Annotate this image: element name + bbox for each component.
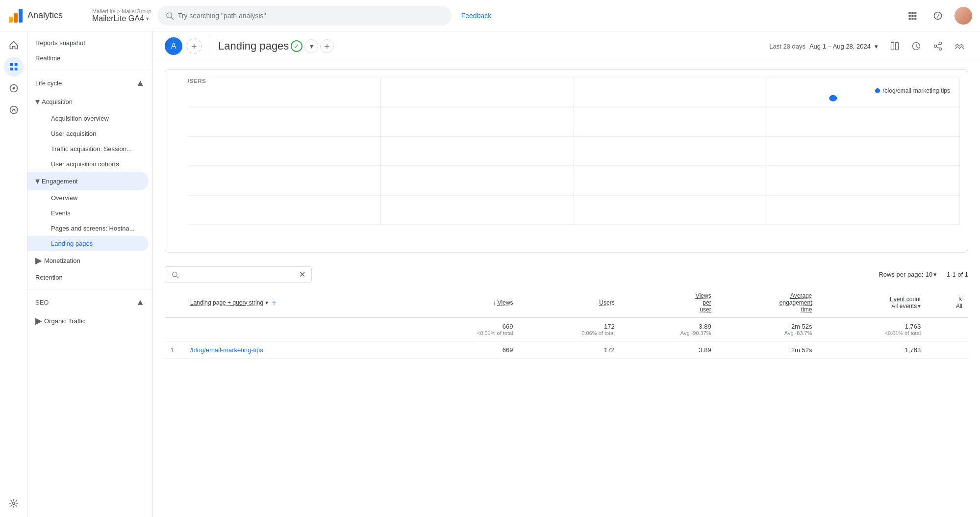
rows-per-page-select[interactable]: 10 ▾	[925, 271, 936, 278]
sidebar-item-events[interactable]: Events	[27, 206, 149, 221]
col-avg-engagement[interactable]: Average engagement time	[717, 288, 818, 317]
nav-settings[interactable]	[4, 493, 24, 513]
breadcrumb-top: MailerLite > MailerGroup	[92, 8, 151, 14]
all-events-dropdown-icon: ▾	[918, 303, 921, 310]
svg-rect-0	[9, 17, 13, 23]
summary-page	[184, 317, 410, 341]
compare-dates-button[interactable]	[951, 37, 968, 55]
app-title: Analytics	[27, 10, 63, 21]
row-event-count-1: 1,763	[818, 341, 927, 359]
insights-button[interactable]	[907, 37, 925, 55]
col-add-icon[interactable]: ＋	[270, 298, 278, 308]
add-compare-button[interactable]: ＋	[186, 38, 202, 54]
all-events-filter[interactable]: All events ▾	[891, 303, 921, 310]
row-page-1[interactable]: /blog/email-marketing-tips	[184, 341, 410, 359]
svg-text:?: ?	[936, 13, 939, 19]
sidebar-item-realtime[interactable]: Realtime	[27, 51, 152, 66]
breadcrumb-dropdown-icon: ▾	[146, 15, 149, 22]
apps-icon-button[interactable]	[904, 7, 921, 25]
share-button[interactable]	[929, 37, 947, 55]
svg-rect-19	[14, 68, 17, 71]
sidebar-engagement-header[interactable]: ▾ Engagement	[27, 172, 149, 190]
logo-area: Analytics	[8, 8, 86, 24]
sidebar-item-overview[interactable]: Overview	[27, 190, 149, 206]
sidebar-item-acquisition-overview[interactable]: Acquisition overview	[27, 111, 149, 126]
y-axis-label: USERS	[188, 78, 206, 84]
sidebar-monetization-header[interactable]: ▶ Monetization	[27, 251, 152, 270]
sidebar-organic-traffic-header[interactable]: ▶ Organic Traffic	[27, 311, 152, 330]
table-toolbar: /email-marketing-tips ✕ Rows per page: 1…	[165, 260, 968, 288]
sidebar-item-reports-snapshot[interactable]: Reports snapshot	[27, 35, 152, 51]
organic-traffic-expand-icon: ▶	[35, 315, 42, 326]
col-views[interactable]: ↓ Views	[410, 288, 519, 317]
search-bar[interactable]	[157, 6, 452, 26]
col-landing-page[interactable]: Landing page + query string ▾ ＋	[184, 288, 410, 317]
add-metric-button[interactable]: ＋	[320, 39, 334, 53]
col-event-count[interactable]: Event count All events ▾	[818, 288, 927, 317]
svg-rect-10	[914, 15, 916, 17]
lifecycle-chevron-icon: ▲	[136, 78, 145, 88]
svg-point-21	[12, 87, 15, 90]
date-range-picker[interactable]: Last 28 days Aug 1 – Aug 28, 2024 ▾	[769, 43, 878, 50]
rows-per-page-label: Rows per page:	[879, 271, 923, 278]
breadcrumb-bottom[interactable]: MailerLite GA4 ▾	[92, 14, 151, 23]
apps-icon	[907, 11, 917, 21]
chart-container: /blog/email-marketing-tips USERS 200 150…	[165, 69, 968, 253]
nav-reports[interactable]	[4, 57, 24, 77]
user-avatar[interactable]	[955, 7, 972, 25]
table-search-input[interactable]: /email-marketing-tips	[183, 271, 295, 278]
monetization-expand-icon: ▶	[35, 255, 42, 266]
sidebar-acquisition-header[interactable]: ▾ Acquisition	[27, 92, 152, 111]
row-users-1: 172	[519, 341, 621, 359]
views-per-user-header: Views per user	[627, 292, 711, 313]
nav-advertising[interactable]	[4, 100, 24, 120]
svg-line-43	[176, 276, 178, 278]
event-count-header: Event count All events ▾	[824, 296, 921, 310]
svg-point-29	[939, 48, 942, 50]
sidebar-item-landing-pages[interactable]: Landing pages	[27, 236, 149, 251]
table-search-icon	[171, 271, 179, 279]
col-users[interactable]: Users	[519, 288, 621, 317]
edit-filter-icon[interactable]: ▾	[304, 39, 318, 53]
sidebar-item-pages-screens[interactable]: Pages and screens: Hostna...	[27, 221, 149, 236]
customize-columns-button[interactable]	[886, 37, 904, 55]
sidebar-item-retention[interactable]: Retention	[27, 270, 152, 285]
sidebar-item-user-acquisition[interactable]: User acquisition	[27, 126, 149, 141]
reports-icon	[9, 62, 19, 72]
main-content: A ＋ Landing pages ✓ ▾ ＋ Last 28 days Aug…	[153, 31, 980, 517]
explore-icon	[9, 83, 19, 93]
sidebar-lifecycle-header[interactable]: Life cycle ▲	[27, 74, 152, 92]
col-k[interactable]: K All	[927, 288, 968, 317]
svg-point-23	[12, 502, 15, 505]
nav-explore[interactable]	[4, 78, 24, 98]
clear-search-icon[interactable]: ✕	[299, 270, 305, 279]
table-search[interactable]: /email-marketing-tips ✕	[165, 266, 312, 283]
sidebar-seo-section: SEO ▲	[27, 293, 152, 311]
nav-home[interactable]	[4, 35, 24, 55]
help-icon-button[interactable]: ?	[929, 7, 947, 25]
summary-views-per-user: 3.89 Avg -90.37%	[621, 317, 717, 341]
svg-rect-16	[10, 63, 13, 66]
share-icon	[933, 41, 943, 51]
svg-rect-6	[911, 12, 913, 14]
sidebar-item-user-acquisition-cohorts[interactable]: User acquisition cohorts	[27, 156, 149, 172]
summary-views-per-user-sub: Avg -90.37%	[627, 330, 711, 336]
chart-area: /blog/email-marketing-tips USERS 200 150…	[173, 78, 960, 244]
col-dropdown-icon: ▾	[265, 299, 268, 306]
search-input[interactable]	[178, 12, 444, 20]
svg-line-31	[936, 44, 939, 45]
summary-k	[927, 317, 968, 341]
col-views-per-user[interactable]: Views per user	[621, 288, 717, 317]
svg-rect-9	[911, 15, 913, 17]
seo-chevron-icon[interactable]: ▲	[136, 297, 145, 308]
sidebar-item-traffic-acquisition[interactable]: Traffic acquisition: Session...	[27, 141, 149, 156]
pagination: 1-1 of 1	[947, 271, 968, 278]
feedback-link[interactable]: Feedback	[461, 12, 491, 20]
svg-line-30	[936, 47, 939, 48]
summary-num	[165, 317, 184, 341]
col-filter-landing-page[interactable]: Landing page + query string ▾ ＋	[190, 298, 404, 308]
svg-rect-5	[909, 12, 911, 14]
data-point[interactable]	[829, 95, 837, 102]
verified-badge[interactable]: ✓	[291, 40, 302, 52]
svg-rect-1	[14, 13, 18, 23]
